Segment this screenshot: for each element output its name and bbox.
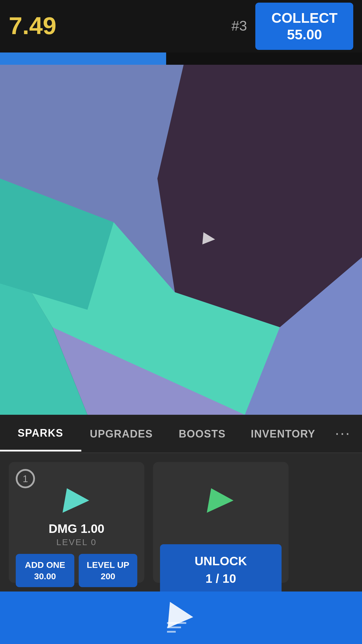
spark-card-2: UNLOCK 1 / 10: [153, 462, 289, 583]
level-up-button[interactable]: LEVEL UP 200: [79, 554, 137, 587]
unlock-button[interactable]: UNLOCK 1 / 10: [160, 544, 282, 592]
game-cursor-icon: [202, 232, 216, 246]
spark-card-1: 1 DMG 1.00 LEVEL 0 ADD ONE 30.00 LEVEL U…: [9, 462, 144, 583]
more-options-button[interactable]: ···: [324, 414, 362, 453]
score-display: 7.49: [9, 12, 231, 40]
add-one-button[interactable]: ADD ONE 30.00: [16, 554, 74, 587]
bottom-action-bar[interactable]: [0, 592, 362, 644]
sparks-panel: 1 DMG 1.00 LEVEL 0 ADD ONE 30.00 LEVEL U…: [0, 453, 362, 592]
tabs-bar: SPARKS UPGRADES BOOSTS INVENTORY ···: [0, 415, 362, 453]
rank-display: #3: [231, 18, 247, 34]
more-dots-icon: ···: [335, 424, 351, 443]
arrow-line-3: [167, 631, 176, 633]
game-area[interactable]: [0, 65, 362, 415]
spark-name-1: DMG 1.00: [49, 522, 104, 536]
spark-buttons-1: ADD ONE 30.00 LEVEL UP 200: [16, 554, 137, 587]
bottom-arrow-icon: [169, 603, 193, 633]
cyan-arrow-icon: [62, 488, 91, 513]
tab-sparks[interactable]: SPARKS: [0, 416, 81, 451]
spark-arrow-1: [64, 488, 89, 513]
arrow-main-shape: [168, 602, 194, 630]
tab-boosts[interactable]: BOOSTS: [162, 417, 243, 450]
spark-badge-1: 1: [16, 469, 35, 488]
spark-arrow-2: [209, 488, 233, 513]
spark-level-1: LEVEL 0: [56, 537, 96, 547]
tab-upgrades[interactable]: UPGRADES: [81, 417, 162, 450]
tab-inventory[interactable]: INVENTORY: [243, 417, 324, 450]
progress-bar-fill: [0, 52, 166, 65]
hud: 7.49 #3 COLLECT 55.00: [0, 0, 362, 52]
progress-bar: [0, 52, 362, 65]
green-arrow-icon: [206, 488, 235, 513]
collect-button[interactable]: COLLECT 55.00: [256, 2, 353, 50]
